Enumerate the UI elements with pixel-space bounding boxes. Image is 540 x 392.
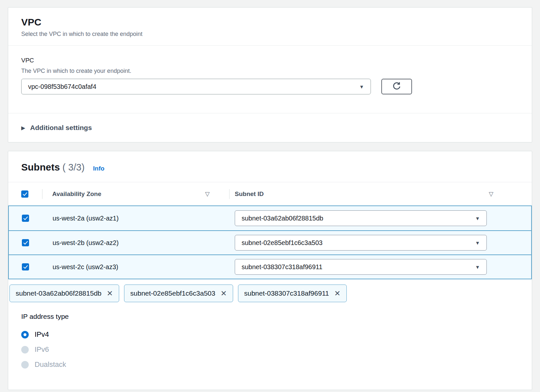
subnet-id-column-label: Subnet ID	[235, 190, 264, 198]
availability-zone-cell: us-west-2c (usw2-az3)	[43, 263, 230, 271]
vpc-field-description: The VPC in which to create your endpoint…	[21, 68, 519, 74]
vpc-card: VPC Select the VPC in which to create th…	[8, 7, 532, 142]
subnet-id-cell: subnet-038307c318af96911 ▼	[230, 259, 531, 275]
table-row[interactable]: us-west-2a (usw2-az1) subnet-03a62ab06f2…	[9, 206, 531, 230]
vpc-card-header: VPC Select the VPC in which to create th…	[8, 8, 532, 46]
ip-address-type-label: IP address type	[21, 313, 519, 320]
vpc-select[interactable]: vpc-098f53b674c0afaf4 ▼	[21, 79, 371, 94]
availability-zone-value: us-west-2c (usw2-az3)	[53, 263, 118, 271]
subnet-select[interactable]: subnet-038307c318af96911 ▼	[235, 259, 487, 275]
radio-option-ipv4[interactable]: IPv4	[21, 330, 519, 339]
vpc-card-subtitle: Select the VPC in which to create the en…	[21, 31, 519, 38]
subnet-select-value: subnet-02e85ebf1c6c3a503	[242, 239, 323, 247]
subnet-id-cell: subnet-03a62ab06f28815db ▼	[230, 210, 531, 226]
ip-address-type-section: IP address type IPv4 IPv6 Dualstack	[21, 313, 519, 369]
close-icon[interactable]: ✕	[334, 290, 341, 297]
subnets-counter: ( 3/3)	[62, 162, 85, 173]
select-all-checkbox[interactable]	[21, 190, 28, 198]
availability-zone-header-cell: Availability Zone ▽	[42, 190, 229, 198]
table-row[interactable]: us-west-2c (usw2-az3) subnet-038307c318a…	[9, 254, 531, 279]
expand-right-icon: ▶	[21, 125, 25, 131]
row-checkbox-cell	[9, 215, 43, 222]
subnets-table-body: us-west-2a (usw2-az1) subnet-03a62ab06f2…	[8, 205, 532, 279]
subnet-select-value: subnet-038307c318af96911	[242, 263, 323, 271]
subnets-title: Subnets	[21, 162, 60, 173]
info-link[interactable]: Info	[93, 165, 104, 172]
radio-option-dualstack: Dualstack	[21, 360, 519, 369]
table-row[interactable]: us-west-2b (usw2-az2) subnet-02e85ebf1c6…	[9, 230, 531, 254]
radio-label: Dualstack	[35, 360, 66, 369]
radio-button-disabled	[21, 346, 29, 353]
additional-settings-expander[interactable]: ▶ Additional settings	[8, 113, 532, 142]
vpc-card-body: VPC The VPC in which to create your endp…	[8, 46, 532, 94]
selected-subnet-tokens: subnet-03a62ab06f28815db ✕ subnet-02e85e…	[9, 285, 532, 302]
chevron-down-icon: ▼	[475, 240, 480, 246]
close-icon[interactable]: ✕	[107, 290, 113, 297]
vpc-card-title: VPC	[21, 17, 519, 28]
subnets-table-header: Availability Zone ▽ Subnet ID ▽	[8, 182, 532, 205]
radio-option-ipv6: IPv6	[21, 345, 519, 354]
availability-zone-value: us-west-2a (usw2-az1)	[53, 215, 119, 222]
availability-zone-column-label: Availability Zone	[52, 190, 101, 198]
subnet-select[interactable]: subnet-02e85ebf1c6c3a503 ▼	[235, 235, 487, 251]
subnet-select-value: subnet-03a62ab06f28815db	[242, 215, 323, 222]
additional-settings-label: Additional settings	[30, 124, 92, 132]
chevron-down-icon: ▼	[475, 264, 480, 270]
row-checkbox[interactable]	[22, 239, 29, 246]
chevron-down-icon: ▼	[475, 216, 480, 221]
radio-label: IPv4	[35, 330, 49, 339]
subnets-card: Subnets ( 3/3) Info Availability Zone ▽ …	[8, 151, 532, 390]
subnet-token-label: subnet-02e85ebf1c6c3a503	[130, 289, 215, 297]
vpc-field-label: VPC	[21, 57, 519, 64]
row-checkbox[interactable]	[22, 263, 29, 270]
sort-icon[interactable]: ▽	[489, 190, 493, 198]
subnet-select[interactable]: subnet-03a62ab06f28815db ▼	[235, 210, 487, 226]
availability-zone-cell: us-west-2b (usw2-az2)	[43, 239, 230, 247]
radio-button-disabled	[21, 361, 29, 368]
refresh-icon	[392, 82, 402, 91]
subnet-id-header-cell: Subnet ID ▽	[230, 190, 532, 198]
select-all-cell	[8, 190, 42, 198]
availability-zone-value: us-west-2b (usw2-az2)	[53, 239, 119, 247]
close-icon[interactable]: ✕	[220, 290, 227, 297]
row-checkbox-cell	[9, 263, 43, 270]
sort-icon[interactable]: ▽	[205, 190, 210, 198]
subnet-id-cell: subnet-02e85ebf1c6c3a503 ▼	[230, 235, 531, 251]
vpc-select-row: vpc-098f53b674c0afaf4 ▼	[21, 79, 519, 94]
subnet-token: subnet-03a62ab06f28815db ✕	[9, 285, 119, 302]
subnet-token-label: subnet-038307c318af96911	[244, 289, 329, 297]
subnet-token: subnet-038307c318af96911 ✕	[238, 285, 347, 302]
subnet-token-label: subnet-03a62ab06f28815db	[16, 289, 102, 297]
radio-button-selected[interactable]	[21, 331, 29, 338]
row-checkbox[interactable]	[22, 215, 29, 222]
availability-zone-cell: us-west-2a (usw2-az1)	[43, 215, 230, 222]
radio-label: IPv6	[35, 345, 49, 354]
refresh-button[interactable]	[381, 79, 412, 94]
vpc-select-value: vpc-098f53b674c0afaf4	[28, 83, 96, 90]
subnet-token: subnet-02e85ebf1c6c3a503 ✕	[124, 285, 233, 302]
row-checkbox-cell	[9, 239, 43, 246]
subnets-card-header: Subnets ( 3/3) Info	[8, 151, 532, 182]
chevron-down-icon: ▼	[359, 84, 364, 90]
